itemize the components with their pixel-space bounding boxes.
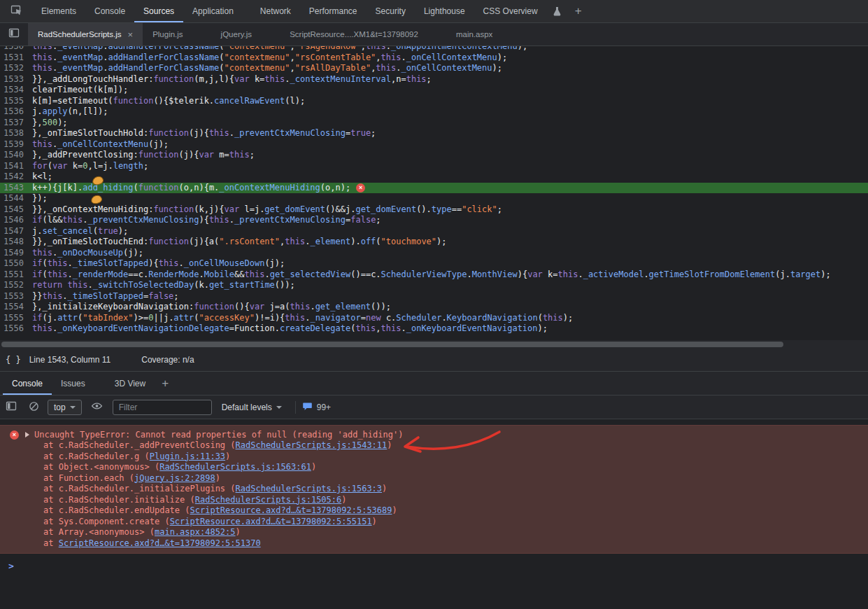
clear-console-button[interactable] (22, 401, 45, 414)
execution-context-select[interactable]: top (48, 400, 82, 415)
stack-link[interactable]: jQuery.js:2:2898 (134, 473, 215, 483)
issues-counter[interactable]: 99+ (302, 401, 331, 413)
close-tab-icon[interactable] (128, 30, 134, 39)
code-text[interactable]: },_onTimeSlotTouchHold:function(j){this.… (32, 128, 376, 139)
scrollbar-thumb[interactable] (1, 342, 783, 347)
line-number[interactable]: 1553 (0, 291, 32, 302)
panel-tab-security[interactable]: Security (367, 0, 415, 22)
code-text[interactable]: if(j.attr("tabIndex")>=0||j.attr("access… (32, 313, 573, 324)
panel-tab-lighthouse[interactable]: Lighthouse (415, 0, 474, 22)
panel-tab-elements[interactable]: Elements (32, 0, 85, 22)
code-text[interactable]: k++){j[k].add_hiding(function(o,n){m._on… (32, 183, 350, 194)
code-text[interactable]: }},_onContextMenuHiding:function(k,j){va… (32, 204, 502, 216)
code-text[interactable]: k<l; (32, 172, 52, 183)
panel-tab-performance[interactable]: Performance (300, 0, 367, 22)
stack-link[interactable]: Plugin.js:11:33 (150, 451, 225, 461)
code-text[interactable]: }},_addLongTouchHandler:function(m,j,l){… (32, 74, 432, 85)
code-text[interactable]: }); (32, 193, 48, 204)
panel-tab-console[interactable]: Console (85, 0, 134, 22)
code-text[interactable]: this._eventMap.addHandlerForClassName("c… (32, 52, 507, 64)
panel-tab-sources[interactable]: Sources (134, 0, 183, 22)
line-number[interactable]: 1550 (0, 258, 32, 270)
line-number[interactable]: 1548 (0, 237, 32, 248)
line-number[interactable]: 1544 (0, 193, 32, 204)
stack-link[interactable]: RadSchedulerScripts.js:1543:11 (236, 440, 387, 450)
live-expression-button[interactable] (86, 401, 108, 413)
stack-link[interactable]: main.aspx:4852:5 (155, 527, 236, 537)
file-tab-jquery-js[interactable]: jQuery.js (211, 23, 262, 46)
stack-link[interactable]: ScriptResource.axd?d…&t=13798092:5:51370 (59, 538, 261, 548)
code-text[interactable]: this._eventMap.addHandlerForClassName("c… (32, 63, 502, 74)
line-number[interactable]: 1539 (0, 139, 32, 150)
log-levels-select[interactable]: Default levels (222, 402, 282, 412)
panel-tab-css-overview[interactable]: CSS Overview (474, 0, 547, 22)
filter-input[interactable] (113, 400, 212, 415)
line-number[interactable]: 1532 (0, 63, 32, 74)
code-text[interactable]: if(this._timeSlotTapped){this._onCellMou… (32, 258, 285, 270)
drawer-tab-3d-view[interactable]: 3D View (106, 372, 155, 395)
line-number[interactable]: 1546 (0, 215, 32, 226)
pretty-print-button[interactable]: { } (0, 355, 28, 365)
inspect-button[interactable] (0, 0, 32, 22)
code-text[interactable]: return this._switchToSelectedDay(k.get_s… (32, 280, 295, 291)
line-number[interactable]: 1545 (0, 204, 32, 216)
line-number[interactable]: 1535 (0, 96, 32, 107)
code-text[interactable]: this._onDocMouseUp(j); (32, 248, 143, 259)
panel-tabbar: ElementsConsoleSourcesApplicationNetwork… (0, 0, 868, 23)
line-number[interactable]: 1541 (0, 161, 32, 172)
drawer-tab-console[interactable]: Console (3, 372, 52, 395)
code-text[interactable]: }}this._timeSlotTapped=false; (32, 291, 179, 302)
toggle-navigator-button[interactable] (0, 23, 28, 46)
console-prompt[interactable]: > (0, 559, 868, 573)
line-number[interactable]: 1551 (0, 270, 32, 281)
file-tab-plugin-js[interactable]: Plugin.js (143, 23, 192, 46)
code-text[interactable]: },_addPreventClosing:function(j){var m=t… (32, 150, 255, 161)
line-number[interactable]: 1530 (0, 46, 32, 52)
line-number[interactable]: 1534 (0, 85, 32, 96)
stack-link[interactable]: RadSchedulerScripts.js:1505:6 (195, 495, 342, 505)
line-number[interactable]: 1531 (0, 52, 32, 64)
code-text[interactable]: }},_onTimeSlotTouchEnd:function(j){a(".r… (32, 237, 447, 248)
code-text[interactable]: },500); (32, 118, 68, 129)
line-number[interactable]: 1533 (0, 74, 32, 85)
line-number[interactable]: 1536 (0, 106, 32, 118)
line-number[interactable]: 1554 (0, 302, 32, 313)
code-text[interactable]: j.set_cancel(true); (32, 226, 128, 237)
line-number[interactable]: 1547 (0, 226, 32, 237)
file-tab-radschedulerscripts-js[interactable]: RadSchedulerScripts.js (28, 23, 143, 46)
line-number[interactable]: 1549 (0, 248, 32, 259)
code-text[interactable]: if(l&&this._preventCtxMenuClosing){this.… (32, 215, 381, 226)
code-text[interactable]: },_initializeKeyboardNavigation:function… (32, 302, 391, 313)
code-text[interactable]: clearTimeout(k[m]); (32, 85, 128, 96)
code-text[interactable]: k[m]=setTimeout(function(){$telerik.canc… (32, 96, 305, 107)
line-number[interactable]: 1543 (0, 183, 32, 194)
code-text[interactable]: j.apply(n,[l]); (32, 106, 108, 118)
line-number[interactable]: 1555 (0, 313, 32, 324)
console-sidebar-button[interactable] (0, 401, 22, 413)
code-text[interactable]: if(this._renderMode==c.RenderMode.Mobile… (32, 270, 831, 281)
stack-link[interactable]: RadSchedulerScripts.js:1563:61 (159, 462, 311, 472)
line-number[interactable]: 1556 (0, 323, 32, 335)
line-number[interactable]: 1542 (0, 172, 32, 183)
code-text[interactable]: this._onKeyboardEventNavigationDelegate=… (32, 323, 548, 335)
line-number[interactable]: 1538 (0, 128, 32, 139)
line-number[interactable]: 1552 (0, 280, 32, 291)
file-tab-main-aspx[interactable]: main.aspx (446, 23, 502, 46)
add-panel-button[interactable] (568, 0, 589, 22)
stack-link[interactable]: RadSchedulerScripts.js:1563:3 (236, 484, 383, 493)
file-tab-scriptresource-xm1-t-13798092[interactable]: ScriptResource....XM1&t=13798092 (280, 23, 428, 46)
code-text[interactable]: this._onCellContextMenu(j); (32, 139, 169, 150)
line-number[interactable]: 1537 (0, 118, 32, 129)
console-output[interactable]: Uncaught TypeError: Cannot read properti… (0, 419, 868, 609)
drawer-tab-issues[interactable]: Issues (52, 372, 94, 395)
expand-triangle-icon[interactable] (25, 432, 29, 438)
add-drawer-tab-button[interactable] (155, 372, 176, 395)
panel-tab-application[interactable]: Application (183, 0, 243, 22)
stack-link[interactable]: ScriptResource.axd?d…&t=13798092:5:53689 (190, 505, 392, 515)
stack-link[interactable]: ScriptResource.axd?d…&t=13798092:5:55151 (170, 517, 372, 526)
code-text[interactable]: this._eventMap.addHandlerForClassName("c… (32, 46, 527, 52)
code-text[interactable]: for(var k=0,l=j.length; (32, 161, 148, 172)
line-number[interactable]: 1540 (0, 150, 32, 161)
code-editor[interactable]: 1530this._eventMap.addHandlerForClassNam… (0, 46, 868, 340)
panel-tab-network[interactable]: Network (251, 0, 300, 22)
